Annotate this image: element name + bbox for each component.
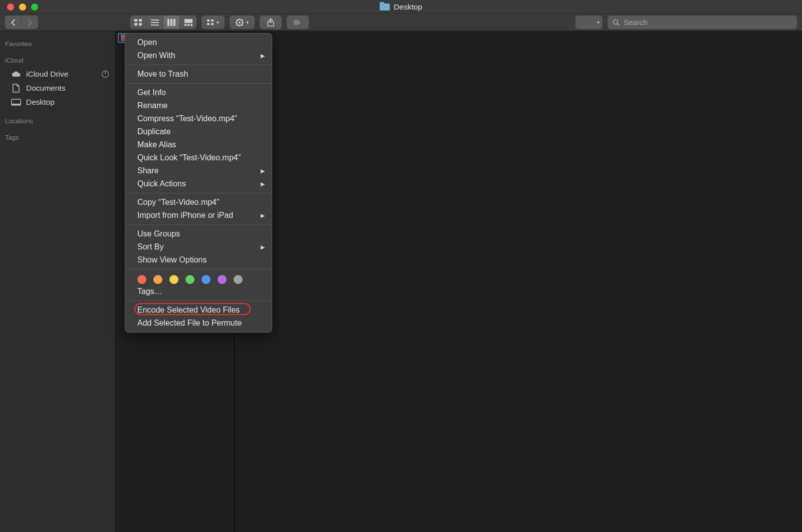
svg-rect-10	[184, 19, 192, 23]
tag-color-dot[interactable]	[169, 275, 178, 284]
svg-line-26	[242, 20, 243, 21]
window-title-text: Desktop	[394, 3, 423, 12]
context-menu-item[interactable]: Rename	[125, 99, 272, 112]
sidebar-item-icloud-drive[interactable]: iCloud Drive	[0, 67, 115, 81]
menu-separator	[126, 65, 271, 65]
sidebar-header-locations: Locations	[0, 114, 115, 128]
context-menu-item[interactable]: Make Alias	[125, 138, 272, 151]
svg-point-19	[239, 22, 241, 24]
svg-point-30	[614, 20, 618, 24]
title-bar: Desktop	[0, 0, 802, 14]
context-menu-item[interactable]: Use Groups	[125, 227, 272, 240]
context-menu-item[interactable]: Show View Options	[125, 253, 272, 267]
context-menu-tags[interactable]: Tags…	[125, 285, 272, 298]
context-menu-item[interactable]: Compress “Test-Video.mp4”	[125, 112, 272, 125]
toolbar-dropdown[interactable]: ▾	[575, 16, 603, 29]
fullscreen-window-button[interactable]	[31, 4, 38, 11]
column-view-button[interactable]	[163, 16, 180, 29]
search-field[interactable]	[608, 16, 797, 29]
search-icon	[613, 19, 620, 26]
window-title: Desktop	[380, 3, 423, 12]
tag-color-dot[interactable]	[218, 275, 227, 284]
sidebar-header-tags: Tags	[0, 131, 115, 144]
sidebar-item-label: Desktop	[26, 98, 55, 107]
close-window-button[interactable]	[7, 4, 14, 11]
svg-rect-3	[139, 23, 142, 26]
svg-rect-17	[211, 23, 214, 25]
sidebar-item-desktop[interactable]: Desktop	[0, 95, 115, 109]
arrange-button[interactable]: ▾	[202, 16, 225, 29]
sync-progress-icon	[101, 70, 109, 78]
sidebar-header-favorites: Favorites	[0, 37, 115, 51]
action-group: ▾	[230, 16, 255, 29]
list-view-button[interactable]	[147, 16, 163, 29]
context-menu: OpenOpen With▶Move to TrashGet InfoRenam…	[125, 33, 272, 333]
forward-button[interactable]	[22, 16, 38, 29]
svg-rect-2	[134, 23, 137, 26]
menu-separator	[126, 193, 271, 193]
edit-tags-button[interactable]	[287, 16, 309, 29]
svg-rect-15	[211, 20, 214, 22]
tag-color-dot[interactable]	[137, 275, 146, 284]
submenu-arrow-icon: ▶	[261, 241, 265, 252]
context-menu-item[interactable]: Add Selected File to Permute	[125, 317, 272, 330]
tag-color-dot[interactable]	[185, 275, 194, 284]
search-input[interactable]	[624, 18, 792, 27]
context-menu-item[interactable]: Open	[125, 36, 272, 49]
svg-rect-35	[12, 104, 21, 105]
toolbar: ▾ ▾ ▾	[0, 14, 802, 31]
icon-view-button[interactable]	[130, 16, 147, 29]
arrange-group: ▾	[202, 16, 225, 29]
menu-separator	[126, 224, 271, 225]
nav-group	[5, 16, 38, 29]
context-menu-item[interactable]: Copy “Test-Video.mp4”	[125, 196, 272, 209]
menu-separator	[126, 83, 271, 84]
tag-color-dot[interactable]	[234, 275, 243, 284]
finder-column-2[interactable]	[235, 31, 802, 532]
context-menu-item[interactable]: Move to Trash	[125, 68, 272, 81]
svg-rect-6	[151, 25, 159, 26]
context-menu-item[interactable]: Open With▶	[125, 49, 272, 62]
desktop-icon	[11, 98, 21, 106]
annotation-highlight	[134, 303, 251, 315]
svg-rect-1	[139, 19, 142, 22]
svg-line-25	[242, 25, 243, 26]
context-menu-item[interactable]: Import from iPhone or iPad▶	[125, 209, 272, 222]
tag-color-dot[interactable]	[202, 275, 211, 284]
sidebar-item-label: Documents	[26, 84, 65, 93]
svg-line-31	[617, 24, 619, 26]
gallery-view-button[interactable]	[180, 16, 196, 29]
submenu-arrow-icon: ▶	[261, 165, 265, 176]
view-switcher	[130, 16, 196, 29]
submenu-arrow-icon: ▶	[261, 50, 265, 61]
minimize-window-button[interactable]	[19, 4, 26, 11]
svg-line-24	[237, 20, 238, 21]
tag-color-dot[interactable]	[153, 275, 162, 284]
svg-rect-0	[134, 19, 137, 22]
sidebar-header-icloud: iCloud	[0, 54, 115, 67]
context-menu-item[interactable]: Duplicate	[125, 125, 272, 138]
context-menu-item[interactable]: Quick Look “Test-Video.mp4”	[125, 151, 272, 164]
submenu-arrow-icon: ▶	[261, 210, 265, 221]
submenu-arrow-icon: ▶	[261, 178, 265, 189]
action-menu-button[interactable]: ▾	[230, 16, 255, 29]
share-button[interactable]	[260, 16, 282, 29]
traffic-lights	[7, 4, 38, 11]
tag-color-row	[125, 272, 272, 285]
context-menu-item[interactable]: Get Info	[125, 86, 272, 99]
document-icon	[11, 84, 21, 92]
svg-rect-9	[173, 19, 175, 26]
svg-line-27	[237, 25, 238, 26]
cloud-icon	[11, 70, 21, 78]
context-menu-item[interactable]: Sort By▶	[125, 240, 272, 253]
context-menu-item[interactable]: Encode Selected Video Files	[125, 304, 272, 317]
sidebar: Favorites iCloud iCloud Drive Documents …	[0, 31, 116, 532]
context-menu-item[interactable]: Quick Actions▶	[125, 177, 272, 190]
svg-rect-12	[187, 24, 189, 26]
sidebar-item-documents[interactable]: Documents	[0, 81, 115, 95]
back-button[interactable]	[5, 16, 22, 29]
sidebar-item-label: iCloud Drive	[26, 70, 68, 79]
context-menu-item[interactable]: Share▶	[125, 164, 272, 177]
svg-rect-5	[151, 22, 159, 23]
svg-rect-13	[190, 24, 192, 26]
